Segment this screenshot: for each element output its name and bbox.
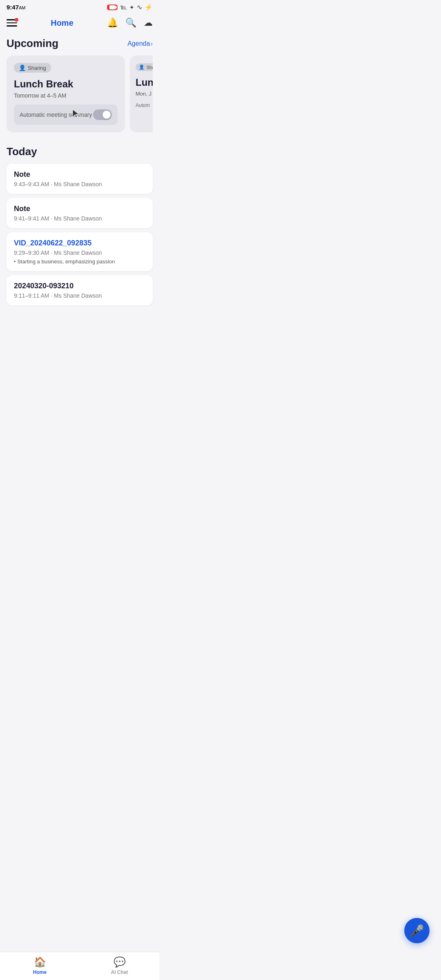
item-1-title: Note — [14, 205, 145, 213]
item-0-title: Note — [14, 170, 145, 179]
item-3-title: 20240320-093210 — [14, 282, 145, 290]
sharing-badge-partial: 👤 Sho — [136, 63, 153, 71]
search-icon[interactable]: 🔍 — [125, 18, 136, 28]
recording-indicator — [107, 4, 118, 10]
agenda-link[interactable]: Agenda › — [127, 40, 153, 47]
item-2-subtitle: 9:29–9:30 AM · Ms Shane Dawson — [14, 249, 145, 256]
meeting-summary-toggle[interactable] — [93, 109, 112, 120]
upcoming-header: Upcoming Agenda › — [7, 37, 153, 50]
sharing-icon: 👤 — [19, 65, 26, 71]
notification-dot — [15, 18, 18, 22]
partial-card-title: Lunc — [136, 77, 153, 88]
upload-icon[interactable]: ☁ — [144, 18, 153, 28]
status-time: 9:47AM — [7, 4, 26, 11]
nav-icons: 🔔 🔍 ☁ — [107, 18, 153, 28]
menu-button[interactable] — [7, 19, 17, 27]
item-2-title: VID_20240622_092835 — [14, 239, 145, 247]
wifi-icon: ∿ — [137, 3, 142, 11]
today-item-0[interactable]: Note 9:43–9:43 AM · Ms Shane Dawson — [7, 164, 153, 194]
card-main-title: Lunch Break — [14, 78, 118, 90]
meeting-summary-label: Automatic meeting summary — [20, 111, 92, 118]
sharing-icon-partial: 👤 — [139, 65, 145, 70]
status-bar: 9:47AM ℡ ✦ ∿ ⚡ — [0, 0, 159, 13]
main-content: Upcoming Agenda › 👤 Sharing Lunch Break … — [0, 33, 159, 350]
upcoming-card-main[interactable]: 👤 Sharing Lunch Break Tomorrow at 4–5 AM… — [7, 56, 125, 132]
camera-icon — [109, 5, 115, 9]
partial-card-time: Mon, J — [136, 91, 153, 97]
upcoming-scroll[interactable]: 👤 Sharing Lunch Break Tomorrow at 4–5 AM… — [7, 56, 153, 134]
upcoming-title: Upcoming — [7, 37, 58, 50]
today-section: Today Note 9:43–9:43 AM · Ms Shane Dawso… — [7, 145, 153, 305]
chevron-right-icon: › — [151, 40, 153, 47]
status-icons: ℡ ✦ ∿ ⚡ — [107, 3, 153, 11]
sharing-badge: 👤 Sharing — [14, 63, 51, 73]
bluetooth-icon: ℡ — [120, 3, 127, 11]
nav-title: Home — [51, 18, 74, 28]
item-0-subtitle: 9:43–9:43 AM · Ms Shane Dawson — [14, 181, 145, 187]
signal-icon: ✦ — [129, 4, 134, 11]
today-item-1[interactable]: Note 9:41–9:41 AM · Ms Shane Dawson — [7, 198, 153, 228]
card-main-time: Tomorrow at 4–5 AM — [14, 92, 118, 99]
upcoming-card-partial[interactable]: 👤 Sho Lunc Mon, J Autom — [130, 56, 153, 132]
item-1-subtitle: 9:41–9:41 AM · Ms Shane Dawson — [14, 215, 145, 222]
item-2-bullet: • Starting a business, emphasizing passi… — [14, 258, 145, 265]
top-nav: Home 🔔 🔍 ☁ — [0, 13, 159, 33]
item-3-subtitle: 9:11–9:11 AM · Ms Shane Dawson — [14, 292, 145, 299]
today-item-3[interactable]: 20240320-093210 9:11–9:11 AM · Ms Shane … — [7, 275, 153, 305]
today-title: Today — [7, 145, 153, 158]
battery-icon: ⚡ — [145, 3, 153, 11]
bell-icon[interactable]: 🔔 — [107, 18, 118, 28]
today-item-2[interactable]: VID_20240622_092835 9:29–9:30 AM · Ms Sh… — [7, 232, 153, 271]
partial-auto-label: Autom — [136, 102, 153, 108]
meeting-summary-row: Automatic meeting summary — [14, 105, 118, 125]
toggle-knob — [102, 111, 111, 119]
